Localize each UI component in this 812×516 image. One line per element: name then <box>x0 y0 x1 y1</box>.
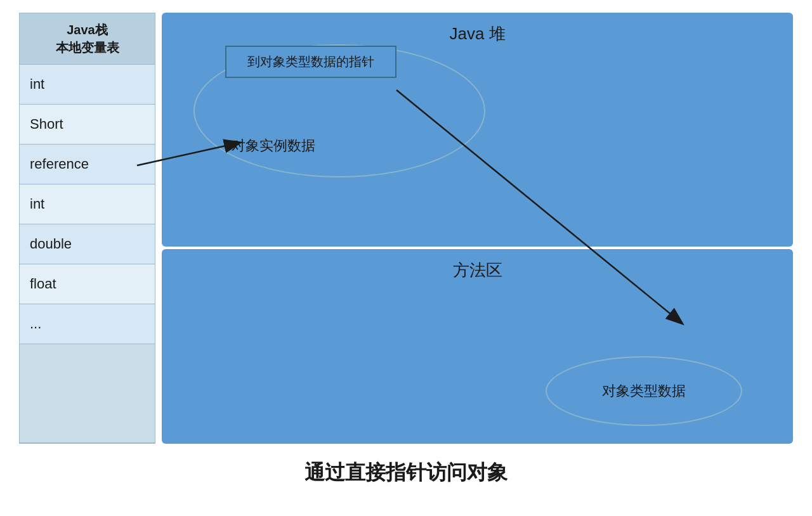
stack-panel: Java栈本地变量表 int Short reference int doubl… <box>19 13 155 444</box>
type-data-label: 对象类型数据 <box>602 382 686 401</box>
stack-item-int2: int <box>20 184 155 224</box>
type-data-ellipse: 对象类型数据 <box>546 356 742 426</box>
stack-item-reference: reference <box>20 145 155 184</box>
stack-spacer <box>20 344 155 443</box>
heap-title: Java 堆 <box>177 23 778 45</box>
footer-title: 通过直接指针访问对象 <box>304 459 508 487</box>
method-area-title: 方法区 <box>177 259 778 281</box>
stack-item-float: float <box>20 264 155 304</box>
right-panel: Java 堆 到对象类型数据的指针 对象实例数据 方法区 <box>162 13 793 444</box>
stack-header: Java栈本地变量表 <box>20 13 155 65</box>
stack-item-short: Short <box>20 105 155 145</box>
stack-item-ellipsis: ... <box>20 304 155 344</box>
stack-item-double: double <box>20 224 155 264</box>
method-area: 方法区 对象类型数据 <box>162 249 793 444</box>
instance-label: 对象实例数据 <box>232 136 315 155</box>
pointer-box: 到对象类型数据的指针 <box>225 46 396 78</box>
stack-item-int1: int <box>20 65 155 105</box>
heap-area: Java 堆 到对象类型数据的指针 对象实例数据 <box>162 13 793 247</box>
main-diagram: Java栈本地变量表 int Short reference int doubl… <box>19 13 793 444</box>
